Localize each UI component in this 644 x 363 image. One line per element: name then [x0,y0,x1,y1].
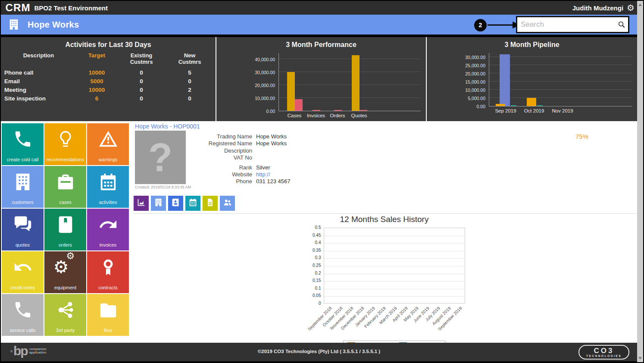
undo-arrow-icon [2,257,44,277]
field-label: Trading Name [144,133,252,140]
tile-warnings[interactable]: warnings [87,123,129,165]
sales-history-chart: 0.50.450.40.350.30.250.20.150.10.050 Sep… [304,228,465,349]
customer-detail: Hope Works - HOP0001 ? Created: 2019/01/… [131,122,637,343]
x-category-label: Nov 2019 [548,108,577,113]
dashboard-row: Activities for Last 30 Days DescriptionT… [1,37,637,122]
y-tick-label: 0.3 [315,255,321,260]
activities-row-meeting: Meeting1000002 [1,86,216,94]
bar [313,110,320,111]
y-tick-label: 15,000.00 [465,79,485,84]
building-icon [2,172,44,192]
field-row-description: Description [144,147,291,154]
tile-label: cases [44,200,86,205]
x-category-label: Quotes [348,113,370,118]
activities-cell: Email [1,77,76,86]
tile-equipment[interactable]: ⚙⚙equipment [44,251,86,293]
field-row-vat-no: VAT No [144,154,291,161]
tile-credit-notes[interactable]: credit notes [2,251,44,293]
tile-3rd-party[interactable]: 3rd party [44,294,86,336]
activities-row-site-inspection: Site inspection600 [1,94,216,103]
y-tick-label: 5,000.00 [468,96,485,101]
y-tick-label: 30,000.00 [255,70,275,75]
tile-contracts[interactable]: contracts [87,251,129,293]
tile-create-cold-call[interactable]: create cold call [2,123,44,165]
window-title: BPO2 Test Environment [34,4,108,12]
activities-cell: 5000 [76,77,117,86]
chat-bubbles-icon [2,215,44,235]
bar [360,110,367,111]
tab-contacts[interactable] [168,196,183,211]
tile-activities[interactable]: activities [87,166,129,208]
tab-company[interactable] [151,196,166,211]
tile-invoices[interactable]: invoices [87,209,129,250]
sales-history-section: 12 Months Sales History 0.50.450.40.350.… [131,215,637,349]
tile-label: contracts [87,285,129,290]
tile-orders[interactable]: orders [44,209,86,250]
scroll-down-arrow-icon[interactable] [638,357,642,360]
tab-sales-chart[interactable] [134,196,149,211]
vertical-scrollbar[interactable] [637,1,643,362]
scroll-up-arrow-icon[interactable] [638,3,642,6]
customer-fields: Trading NameHope WorksRegistered NameHop… [144,133,291,185]
tile-label: create cold call [2,157,44,162]
tile-quotes[interactable]: quotes [2,209,44,250]
activities-cell: Meeting [1,86,76,94]
tile-label: equipment [44,285,86,290]
y-tick-label: 0.35 [313,248,321,253]
y-tick-label: 0.00 [477,104,485,109]
y-tick-label: 0.1 [315,286,321,291]
tile-service-calls[interactable]: service calls [2,294,44,336]
activities-cell: 0 [117,86,166,94]
tile-recommendations[interactable]: recommendations [44,123,86,165]
customer-score: 75% [575,133,588,140]
y-tick-label: 25,000.00 [465,63,485,68]
tab-documents[interactable] [203,196,218,211]
search-box [516,16,629,33]
activities-cell: 2 [166,86,214,94]
phone-icon [2,300,44,320]
user-name[interactable]: Judith Mudzengi [572,4,623,12]
bar [537,105,543,106]
crm-logo: CRM [6,2,31,14]
bar [334,110,342,111]
app-window: CRM BPO2 Test Environment Judith Mudzeng… [0,0,644,363]
search-icon[interactable] [618,20,625,29]
tile-cases[interactable]: cases [44,166,86,208]
tile-customers[interactable]: customers [2,166,44,208]
tile-menu: create cold callrecommendationswarningsc… [2,123,131,336]
gear-icon[interactable]: ⚙ [627,3,635,12]
x-category-label: Oct 2019 [520,108,548,113]
contact-book-icon [171,198,180,209]
field-value: Hope Works [256,140,287,147]
bar [527,98,536,106]
briefcase-icon [44,172,86,192]
field-value[interactable]: http:// [256,171,270,178]
tab-people[interactable] [220,196,235,211]
copyright-text: ©2019 CO3 Technologies (Pty) Ltd ( 3.5.5… [1,349,637,354]
footer: a bp companionapplication ©2019 CO3 Tech… [1,343,637,361]
annotation-number: 2 [474,19,487,31]
document-icon [206,198,215,209]
bar [295,99,303,111]
customer-title-link[interactable]: Hope Works - HOP0001 [135,123,200,130]
activities-panel: Activities for Last 30 Days DescriptionT… [1,37,216,121]
y-tick-label: 0.05 [313,293,321,298]
phone-icon [2,129,44,149]
redo-arrow-icon [87,215,129,235]
building-icon [154,198,163,209]
area-chart-icon [137,198,146,209]
field-label: VAT No [144,154,252,161]
y-tick-label: 0 [319,301,321,306]
y-tick-label: 0.00 [266,109,275,114]
tile-files[interactable]: files [87,294,129,336]
field-row-registered-name: Registered NameHope Works [144,140,291,147]
page-title: Hope Works [28,20,79,30]
y-tick-label: 0.5 [315,225,321,230]
gears-icon: ⚙⚙ [44,257,86,276]
field-label: Website [144,171,252,178]
book-bookmark-icon [44,215,86,235]
tile-label: service calls [2,328,44,333]
tab-activities[interactable] [185,196,200,211]
activities-cell: 0 [166,77,214,86]
search-input[interactable] [517,20,618,29]
